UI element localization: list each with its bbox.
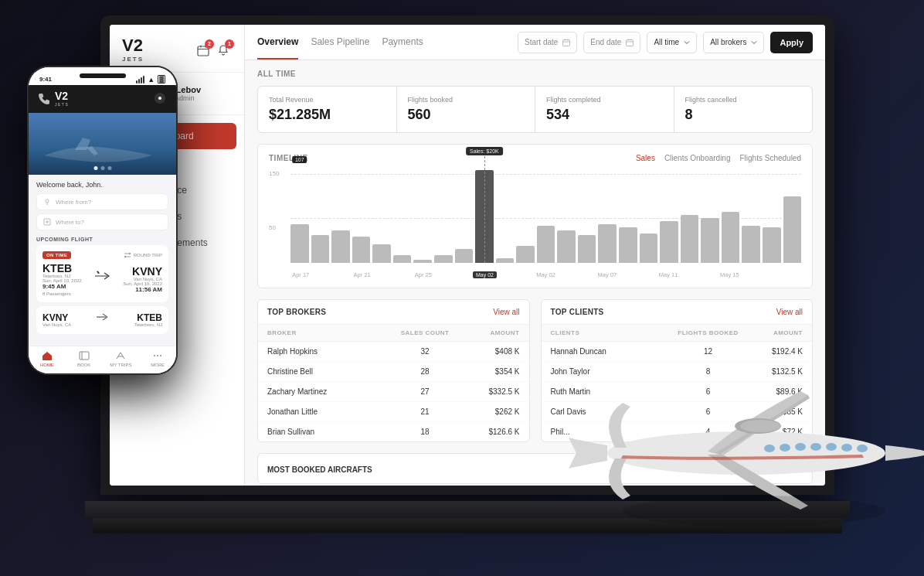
svg-point-31	[154, 355, 155, 356]
chart-bar-group	[722, 170, 740, 263]
chart-y-labels: 150 50	[269, 170, 287, 278]
logo: V2 JETS	[122, 37, 232, 63]
chart-bar	[372, 244, 391, 263]
phone-nav-trips-label: MY TRIPS	[110, 363, 131, 367]
chart-bar-group	[537, 170, 555, 263]
top-nav: Overview Sales Pipeline Payments Start d…	[245, 25, 825, 60]
calendar-small-icon-2	[626, 39, 634, 46]
chart-bar	[763, 227, 781, 263]
broker-filter-select[interactable]: All brokers	[703, 32, 764, 53]
svg-point-44	[623, 496, 885, 527]
chart-bar-group	[434, 170, 453, 263]
filter-sales[interactable]: Sales	[636, 154, 655, 162]
chart-bar-group	[496, 170, 515, 263]
calendar-badge: 2	[205, 39, 214, 49]
chart-bar	[311, 235, 330, 263]
phone-app-header: V2 JETS	[29, 85, 176, 113]
stat-completed: Flights completed 534	[535, 87, 674, 132]
stat-cancelled: Flights cancelled 8	[674, 87, 813, 132]
end-date-placeholder: End date	[590, 38, 621, 46]
chart-bar-group	[352, 170, 371, 263]
arrival-airport: KVNY Van Nuys, CA Sun, April 10, 2022 11…	[123, 266, 162, 293]
jet-svg	[553, 333, 924, 550]
tab-payments[interactable]: Payments	[382, 26, 423, 60]
return-from-city: Van Nuys, CA	[42, 322, 71, 327]
status-icons: ▲ ▓	[136, 75, 165, 84]
svg-rect-28	[80, 352, 89, 360]
phone-nav-trips[interactable]: MY TRIPS	[103, 350, 140, 367]
most-booked-title: MOST BOOKED AIRCRAFTS	[267, 465, 372, 474]
broker-filter-value: All brokers	[710, 38, 746, 46]
flight-status-row: ON TIME ROUND TRIP	[42, 251, 162, 259]
bell-icon-badge[interactable]: 1	[215, 42, 232, 59]
chart-bar	[455, 249, 474, 263]
tab-overview[interactable]: Overview	[257, 26, 298, 60]
svg-point-41	[780, 444, 790, 452]
chart-bar-group	[311, 170, 330, 263]
logo-v2: V2	[122, 37, 144, 54]
svg-point-37	[841, 444, 852, 452]
svg-point-32	[157, 355, 158, 356]
phone-bottom-nav: HOME BOOK	[29, 346, 176, 373]
hero-dots	[93, 166, 111, 170]
phone-hero-plane	[29, 113, 176, 175]
stats-row: Total Revenue $21.285M Flights booked 56…	[257, 86, 813, 133]
svg-rect-13	[563, 39, 570, 46]
chart-bar-group	[331, 170, 350, 263]
phone-nav-more[interactable]: MORE	[139, 350, 176, 367]
amount-col-header: AMOUNT	[457, 329, 520, 336]
chart-bar-group	[516, 170, 535, 263]
phone-logo-jets: JETS	[55, 102, 69, 107]
chart-bar	[331, 230, 350, 263]
return-to-code: KTEB	[134, 313, 162, 322]
chart-bar-group	[372, 170, 391, 263]
time-filter-select[interactable]: All time	[647, 32, 697, 53]
clients-view-all[interactable]: View all	[776, 308, 803, 316]
table-row: Christine Bell 28 $354 K	[258, 362, 529, 382]
return-plane-icon	[95, 312, 110, 322]
start-date-input[interactable]: Start date	[518, 32, 577, 53]
where-from-input[interactable]: Where from?	[36, 193, 168, 210]
chart-bar-group	[578, 170, 596, 263]
svg-point-39	[810, 443, 821, 451]
stat-booked: Flights booked 560	[397, 87, 535, 132]
svg-point-36	[740, 420, 780, 432]
table-row: Brian Sullivan 18 $126.6 K	[258, 422, 529, 441]
from-time: 9:45 AM	[42, 283, 82, 290]
apply-button[interactable]: Apply	[770, 32, 813, 53]
chart-bar	[619, 227, 637, 263]
time-filter-value: All time	[654, 38, 679, 46]
svg-point-40	[795, 443, 806, 451]
calendar-small-icon	[562, 39, 570, 46]
chart-vertical-line	[484, 148, 485, 263]
phone-logo-area: V2 JETS	[38, 90, 69, 107]
chart-bar-group	[598, 170, 617, 263]
stat-booked-value: 560	[408, 107, 525, 123]
calendar-icon-badge[interactable]: 2	[195, 42, 212, 59]
to-code: KVNY	[123, 266, 162, 277]
chart-bar	[578, 235, 596, 263]
phone-hero	[29, 113, 176, 175]
return-to-city: Teterboro, NJ	[134, 322, 162, 327]
tab-sales-pipeline[interactable]: Sales Pipeline	[311, 26, 369, 60]
timeline-header: TIMELINE Sales Clients Onboarding Flight…	[269, 154, 801, 162]
return-from-code: KVNY	[42, 313, 71, 322]
brokers-view-all[interactable]: View all	[493, 308, 519, 316]
flight-card-2: KVNY Van Nuys, CA KTEB Teterboro, NJ	[36, 306, 168, 334]
filter-clients-onboarding[interactable]: Clients Onboarding	[664, 154, 731, 162]
plane-arrow-icon	[93, 270, 112, 282]
on-time-badge: ON TIME	[42, 251, 71, 259]
phone-nav-book-label: BOOK	[77, 363, 90, 367]
flight-arrow-container	[93, 270, 112, 290]
filter-flights-scheduled[interactable]: Flights Scheduled	[740, 154, 802, 162]
home-icon	[41, 350, 53, 361]
phone-nav-home[interactable]: HOME	[29, 350, 66, 367]
from-code: KTEB	[42, 263, 82, 274]
chart-bar	[516, 246, 535, 263]
stat-booked-label: Flights booked	[408, 96, 525, 104]
where-to-input[interactable]: Where to?	[36, 213, 168, 230]
svg-point-22	[158, 97, 161, 100]
phone-nav-book[interactable]: BOOK	[66, 350, 103, 367]
end-date-input[interactable]: End date	[583, 32, 640, 53]
phone-logo-text: V2 JETS	[55, 90, 69, 107]
